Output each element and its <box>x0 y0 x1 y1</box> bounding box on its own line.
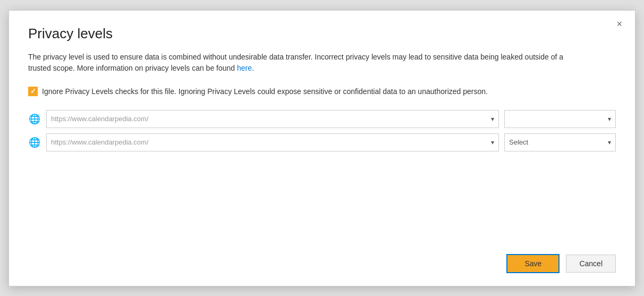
privacy-levels-dialog: × Privacy levels The privacy level is us… <box>9 10 635 286</box>
privacy-dropdown-1[interactable]: ▾ <box>504 110 616 128</box>
globe-icon-1: 🌐 <box>28 113 41 125</box>
checkbox-wrapper[interactable] <box>28 87 38 96</box>
privacy-dropdown-arrow-1: ▾ <box>608 115 611 123</box>
dialog-title: Privacy levels <box>28 26 616 42</box>
checkbox-label: Ignore Privacy Levels checks for this fi… <box>42 86 616 97</box>
data-source-rows: 🌐 https://www.calendarpedia.com/ ▾ ▾ 🌐 h… <box>28 110 616 151</box>
globe-icon-2: 🌐 <box>28 137 41 148</box>
privacy-select-text-2: Select <box>509 138 606 146</box>
description-text-part1: The privacy level is used to ensure data… <box>28 53 563 73</box>
url-dropdown-1[interactable]: https://www.calendarpedia.com/ ▾ <box>46 110 499 128</box>
url-text-2: https://www.calendarpedia.com/ <box>51 138 489 146</box>
here-link[interactable]: here <box>237 64 252 72</box>
data-row-2: 🌐 https://www.calendarpedia.com/ ▾ Selec… <box>28 133 616 151</box>
ignore-privacy-checkbox[interactable] <box>28 87 38 96</box>
url-dropdown-arrow-2: ▾ <box>491 139 494 146</box>
ignore-privacy-checkbox-row: Ignore Privacy Levels checks for this fi… <box>28 86 616 97</box>
cancel-button[interactable]: Cancel <box>566 255 616 273</box>
url-dropdown-arrow-1: ▾ <box>491 115 494 123</box>
privacy-dropdown-arrow-2: ▾ <box>608 139 611 146</box>
save-button[interactable]: Save <box>506 254 560 273</box>
dialog-description: The privacy level is used to ensure data… <box>28 52 586 74</box>
url-text-1: https://www.calendarpedia.com/ <box>51 115 489 123</box>
data-row-1: 🌐 https://www.calendarpedia.com/ ▾ ▾ <box>28 110 616 128</box>
description-text-part2: . <box>252 64 254 72</box>
dialog-footer: Save Cancel <box>28 254 616 273</box>
url-dropdown-2[interactable]: https://www.calendarpedia.com/ ▾ <box>46 133 499 151</box>
close-button[interactable]: × <box>613 18 625 30</box>
privacy-dropdown-2[interactable]: Select ▾ <box>504 133 616 151</box>
